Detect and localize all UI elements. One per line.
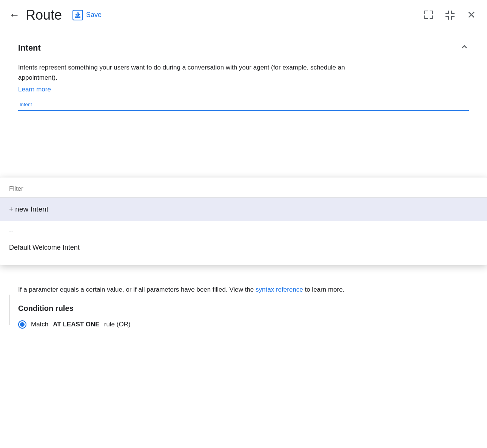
intent-dropdown: + new Intent -- Default Welcome Intent	[0, 178, 487, 265]
syntax-reference-link[interactable]: syntax reference	[256, 286, 303, 293]
intent-input-wrapper: Intent	[18, 105, 469, 111]
intent-field-value[interactable]	[18, 105, 469, 108]
match-label: Match	[31, 321, 48, 328]
condition-rules-title: Condition rules	[18, 304, 469, 313]
header-left: ← Route Save	[9, 7, 422, 23]
save-button[interactable]: Save	[68, 7, 106, 23]
intent-field-label: Intent	[20, 102, 32, 107]
dropdown-item-label: Default Welcome Intent	[9, 244, 80, 251]
intent-section-title: Intent	[18, 43, 41, 53]
back-arrow-icon: ←	[9, 10, 20, 20]
header-right: ✕	[422, 8, 478, 22]
expand-icon	[424, 11, 433, 20]
new-intent-label: + new Intent	[9, 205, 48, 213]
radio-inner	[20, 322, 25, 327]
learn-more-link[interactable]: Learn more	[18, 86, 51, 93]
rule-suffix: rule (OR)	[104, 321, 131, 328]
at-least-one-label: AT LEAST ONE	[53, 321, 99, 328]
dropdown-separator: --	[0, 221, 487, 236]
intent-description: Intents represent something your users w…	[18, 62, 358, 83]
close-icon: ✕	[467, 10, 476, 20]
intent-section-header: Intent	[18, 42, 469, 53]
page-header: ← Route Save	[0, 0, 487, 30]
filter-input[interactable]	[9, 185, 478, 193]
condition-desc-part1: If a parameter equals a certain value, o…	[18, 286, 256, 293]
save-label: Save	[86, 11, 102, 19]
back-button[interactable]: ←	[9, 10, 20, 20]
new-intent-option[interactable]: + new Intent	[0, 198, 487, 221]
collapse-icon	[445, 11, 455, 20]
condition-desc-part2: to learn more.	[303, 286, 345, 293]
expand-button[interactable]	[422, 8, 436, 22]
page-title: Route	[26, 7, 62, 23]
match-at-least-one-row: Match AT LEAST ONE rule (OR)	[18, 320, 469, 329]
save-icon	[72, 10, 83, 20]
condition-description: If a parameter equals a certain value, o…	[18, 284, 469, 295]
dropdown-item[interactable]: Default Welcome Intent	[0, 236, 487, 259]
close-button[interactable]: ✕	[464, 8, 478, 22]
collapse-section-button[interactable]	[460, 42, 469, 53]
radio-at-least-one[interactable]	[18, 320, 26, 329]
left-sidebar-bar	[9, 295, 10, 325]
intent-field-area: Intent	[18, 105, 469, 111]
below-dropdown-content: If a parameter equals a certain value, o…	[18, 284, 469, 328]
main-content: Intent Intents represent something your …	[0, 30, 487, 341]
filter-area	[0, 178, 487, 198]
collapse-button[interactable]	[443, 8, 457, 22]
